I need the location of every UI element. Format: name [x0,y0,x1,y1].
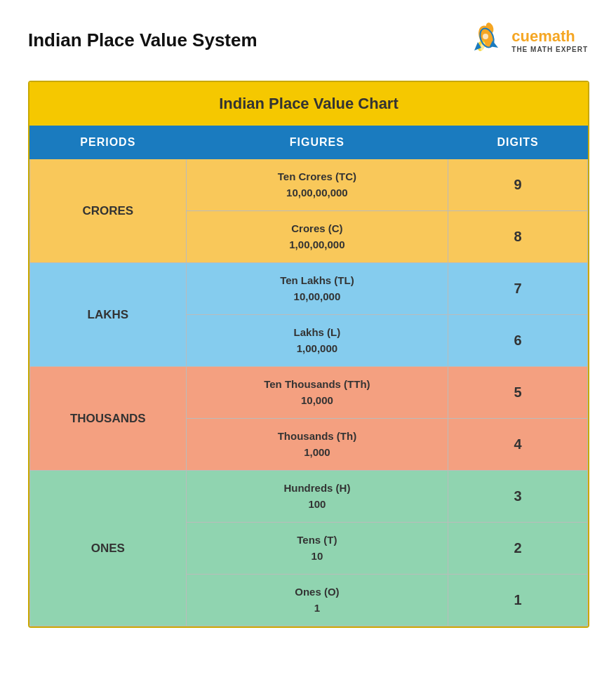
svg-point-2 [483,34,488,39]
digit-cell: 4 [448,419,588,471]
logo-brand: cuemath [511,27,575,46]
table-row: LAKHSTen Lakhs (TL)10,00,0007 [30,263,588,315]
logo-tagline: THE MATH EXPERT [511,46,588,53]
brand-orange: math [538,27,575,45]
table-row: ONESHundreds (H)1003 [30,471,588,523]
logo-area: cuemath THE MATH EXPERT [467,21,588,60]
figure-cell: Ones (O)1 [186,575,448,626]
page-header: Indian Place Value System cuemath THE MA… [28,21,588,60]
figure-cell: Lakhs (L)1,00,000 [186,315,448,367]
figure-cell: Ten Thousands (TTh)10,000 [186,367,448,419]
figure-cell: Ten Crores (TC)10,00,00,000 [186,159,448,211]
period-crores: CRORES [30,159,187,263]
chart-body: CRORESTen Crores (TC)10,00,00,0009Crores… [30,159,588,626]
chart-table: PERIODS FIGURES DIGITS CRORESTen Crores … [29,126,588,626]
col-digits: DIGITS [448,126,588,159]
figure-cell: Tens (T)10 [186,523,448,575]
col-figures: FIGURES [186,126,448,159]
chart-title: Indian Place Value Chart [29,82,588,126]
figure-cell: Hundreds (H)100 [186,471,448,523]
digit-cell: 3 [448,471,588,523]
figure-cell: Crores (C)1,00,00,000 [186,211,448,263]
table-row: CRORESTen Crores (TC)10,00,00,0009 [30,159,588,211]
period-thousands: THOUSANDS [30,367,187,471]
figure-cell: Thousands (Th)1,000 [186,419,448,471]
chart-container: Indian Place Value Chart PERIODS FIGURES… [28,81,589,628]
table-row: THOUSANDSTen Thousands (TTh)10,0005 [30,367,588,419]
header-row: PERIODS FIGURES DIGITS [30,126,588,159]
digit-cell: 2 [448,523,588,575]
digit-cell: 1 [448,575,588,626]
digit-cell: 8 [448,211,588,263]
figure-cell: Ten Lakhs (TL)10,00,000 [186,263,448,315]
page-title: Indian Place Value System [28,29,257,51]
brand-blue: cue [511,27,538,45]
period-ones: ONES [30,471,187,626]
col-periods: PERIODS [30,126,187,159]
period-lakhs: LAKHS [30,263,187,367]
rocket-icon [467,21,506,60]
digit-cell: 6 [448,315,588,367]
digit-cell: 5 [448,367,588,419]
digit-cell: 7 [448,263,588,315]
digit-cell: 9 [448,159,588,211]
logo-text: cuemath THE MATH EXPERT [511,27,588,53]
